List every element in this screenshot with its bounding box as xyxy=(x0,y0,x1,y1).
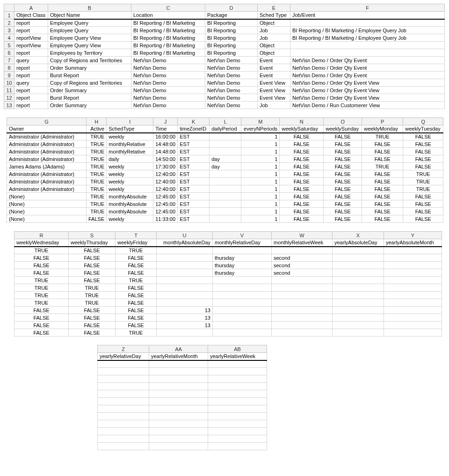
cell: 12:40:00 xyxy=(153,178,178,185)
cell: EST xyxy=(178,193,210,200)
cell: FALSE xyxy=(280,193,324,200)
cell: TRUE xyxy=(69,284,116,292)
table-row: FALSEFALSEFALSE13 xyxy=(14,322,442,329)
cell xyxy=(157,277,213,284)
cell: FALSE xyxy=(14,329,69,337)
cell xyxy=(384,254,442,262)
cell: 12:40:00 xyxy=(153,185,178,193)
column-letter: D xyxy=(205,4,258,12)
cell xyxy=(384,277,442,284)
column-letter: AB xyxy=(208,345,267,353)
cell: TRUE xyxy=(87,185,107,193)
column-letter: S xyxy=(69,232,116,239)
cell xyxy=(149,360,208,368)
cell: NetVisn Demo / Order Qty Event View xyxy=(290,94,445,102)
cell: report xyxy=(14,72,48,79)
table-row: Administrator (Administrator)TRUEweekly1… xyxy=(7,185,443,193)
cell xyxy=(333,277,384,284)
column-header: yearlyAbsoluteMonth xyxy=(384,239,442,247)
cell: 17:30:00 xyxy=(153,163,178,170)
table-row: (None)TRUEmonthlyAbsolute12:45:00EST1FAL… xyxy=(7,208,443,215)
table-row: Administrator (Administrator)TRUEweekly1… xyxy=(7,170,443,178)
cell: monthlyAbsolute xyxy=(107,200,153,208)
cell xyxy=(210,193,241,200)
cell: report xyxy=(14,102,48,109)
cell: FALSE xyxy=(14,322,69,329)
cell xyxy=(272,322,333,329)
column-header: Object Name xyxy=(48,12,131,19)
cell: weekly xyxy=(107,185,153,193)
cell: Event xyxy=(258,72,290,79)
cell: FALSE xyxy=(116,322,157,329)
cell: FALSE xyxy=(116,292,157,299)
cell: BI Reporting / BI Marketing / Employee Q… xyxy=(290,34,445,42)
cell: FALSE xyxy=(14,262,69,269)
column-letter: H xyxy=(87,118,107,125)
cell: 16:00:00 xyxy=(153,133,178,140)
cell: FALSE xyxy=(87,215,107,223)
cell: FALSE xyxy=(324,185,362,193)
column-letter: F xyxy=(290,4,445,12)
cell: Job xyxy=(258,34,290,42)
cell xyxy=(157,299,213,307)
table-row: TRUETRUEFALSE xyxy=(14,299,442,307)
cell: TRUE xyxy=(87,208,107,215)
cell: Employee Query View xyxy=(48,42,131,49)
cell: EST xyxy=(178,170,210,178)
cell xyxy=(98,360,149,368)
column-letter: N xyxy=(280,118,324,125)
column-header: SchedType xyxy=(107,125,153,133)
cell: FALSE xyxy=(14,269,69,277)
cell: NetVisn Demo xyxy=(205,102,258,109)
cell: TRUE xyxy=(87,178,107,185)
cell xyxy=(149,375,208,383)
cell xyxy=(149,383,208,390)
cell: FALSE xyxy=(403,140,443,148)
row-number: 5 xyxy=(4,42,14,49)
table-row: 6reportEmployees by TerritoryBI Reportin… xyxy=(4,49,445,57)
cell xyxy=(149,390,208,398)
cell: TRUE xyxy=(362,163,403,170)
cell: 1 xyxy=(241,133,280,140)
cell xyxy=(98,413,149,420)
cell xyxy=(210,133,241,140)
cell: FALSE xyxy=(280,200,324,208)
cell xyxy=(208,360,267,368)
cell: thursday xyxy=(213,269,272,277)
cell: NetVisn Demo xyxy=(131,57,205,64)
cell: FALSE xyxy=(69,307,116,314)
column-letter: AA xyxy=(149,345,208,353)
cell: thursday xyxy=(213,254,272,262)
cell xyxy=(333,292,384,299)
column-letter: O xyxy=(324,118,362,125)
column-header: monthlyAbsoluteDay xyxy=(157,239,213,247)
cell: EST xyxy=(178,215,210,223)
cell: Event xyxy=(258,57,290,64)
cell: report xyxy=(14,49,48,57)
cell: report xyxy=(14,64,48,72)
column-letter: M xyxy=(241,118,280,125)
table-row: Administrator (Administrator)TRUEdaily14… xyxy=(7,155,443,163)
cell xyxy=(213,329,272,337)
cell xyxy=(272,277,333,284)
cell xyxy=(210,178,241,185)
cell xyxy=(272,247,333,254)
table-row xyxy=(98,398,267,405)
cell xyxy=(384,284,442,292)
cell xyxy=(208,405,267,413)
cell: second xyxy=(272,262,333,269)
table-row: 5reportViewEmployee Query ViewBI Reporti… xyxy=(4,42,445,49)
cell: monthlyAbsolute xyxy=(107,208,153,215)
cell: FALSE xyxy=(403,215,443,223)
column-letter: L xyxy=(210,118,241,125)
table-row: Administrator (Administrator)TRUEweekly1… xyxy=(7,178,443,185)
cell: FALSE xyxy=(362,185,403,193)
cell: weekly xyxy=(107,163,153,170)
table-row: FALSEFALSETRUE xyxy=(14,329,442,337)
cell: Employee Query View xyxy=(48,34,131,42)
column-letter: V xyxy=(213,232,272,239)
cell: FALSE xyxy=(324,178,362,185)
column-header: monthlyRelativeWeek xyxy=(272,239,333,247)
cell: FALSE xyxy=(362,178,403,185)
cell xyxy=(333,262,384,269)
